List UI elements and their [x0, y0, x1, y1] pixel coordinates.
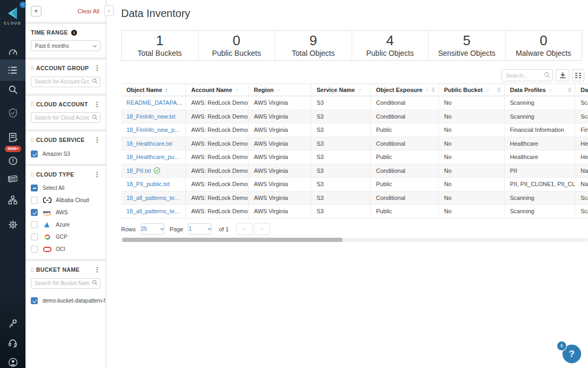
- nav-inventory[interactable]: [0, 60, 25, 81]
- stats-strip: 1 Total Buckets 0 Public Buckets 9 Total…: [121, 30, 582, 61]
- table-row: 18_Healthcare.txt AWS: RedLock Demo Acc.…: [121, 137, 588, 151]
- col-object-name[interactable]: Object Name↑: [121, 84, 186, 96]
- cell-service: S3: [311, 96, 371, 110]
- object-link[interactable]: 18_Healthcare.txt: [126, 140, 172, 147]
- page-number-select[interactable]: 1: [188, 223, 211, 235]
- cell-exposure: Public: [371, 150, 439, 164]
- col-service-name[interactable]: Service Name↓↑: [311, 84, 371, 96]
- cell-profiles: PII, PII_CLONE1, PII_CLO...: [505, 178, 575, 191]
- col-data-profiles[interactable]: Data Profiles↓↑: [505, 84, 575, 96]
- page-title: Data Inventory: [121, 7, 190, 20]
- nav-access-keys[interactable]: [0, 313, 25, 334]
- drag-handle-icon[interactable]: [31, 102, 34, 106]
- nav-profile[interactable]: [0, 352, 25, 368]
- cloud-account-title: CLOUD ACCOUNT: [36, 101, 88, 107]
- col-public-bucket[interactable]: Public Bucket↓↑: [439, 84, 505, 96]
- nav-support[interactable]: [0, 332, 25, 354]
- object-link[interactable]: 18_FinInfo_new_public.txt: [126, 127, 182, 133]
- cell-account: AWS: RedLock Demo Acc...: [186, 96, 249, 110]
- account-group-search-input[interactable]: [31, 77, 100, 87]
- cell-patterns: Fin: [575, 123, 588, 137]
- cell-public-bucket: No: [439, 110, 505, 123]
- column-drag-handle[interactable]: [568, 87, 572, 93]
- cell-profiles: Scanning: [505, 191, 575, 205]
- col-data-patterns[interactable]: Dat: [575, 84, 588, 96]
- cell-region: AWS Virginia: [249, 191, 311, 205]
- nav-settings[interactable]: [0, 214, 25, 235]
- object-link[interactable]: 18_all_patterns_test_publ...: [126, 208, 182, 214]
- object-link[interactable]: 18_all_patterns_test.txt: [126, 195, 182, 201]
- amazon-s3-checkbox[interactable]: [31, 150, 38, 157]
- cell-profiles: Healthcare: [505, 137, 575, 150]
- gcp-checkbox[interactable]: [31, 233, 38, 240]
- col-region[interactable]: Region↓↑: [249, 84, 311, 96]
- object-link[interactable]: 18_Healthcare_public.txt: [126, 154, 182, 160]
- cell-account: AWS: RedLock Demo Acc...: [186, 178, 249, 191]
- time-range-section: TIME RANGE i Past 6 months: [25, 24, 106, 57]
- kebab-menu-icon[interactable]: ⋮: [94, 172, 100, 177]
- time-range-select[interactable]: Past 6 months: [31, 40, 100, 51]
- cell-public-bucket: No: [439, 96, 505, 110]
- account-group-title: ACCOUNT GROUP: [36, 65, 89, 71]
- drag-handle-icon[interactable]: [31, 138, 34, 143]
- nav-policies[interactable]: [0, 127, 25, 148]
- add-filter-button[interactable]: +: [31, 6, 41, 16]
- object-link[interactable]: 18_PII.txt: [126, 168, 151, 174]
- bucket-checkbox[interactable]: [31, 297, 38, 304]
- drag-handle-icon[interactable]: [31, 66, 34, 71]
- alibaba-cloud-checkbox[interactable]: [31, 197, 38, 204]
- kebab-menu-icon[interactable]: ⋮: [94, 267, 100, 272]
- drag-handle-icon[interactable]: [31, 172, 34, 177]
- sort-icon: ↓↑: [485, 88, 489, 93]
- search-icon: [92, 114, 98, 120]
- sort-asc-icon: ↑: [165, 87, 168, 93]
- kebab-menu-icon[interactable]: ⋮: [94, 137, 100, 143]
- cell-public-bucket: No: [439, 164, 505, 178]
- verified-check-icon: [154, 167, 160, 174]
- gauge-icon: [8, 47, 18, 57]
- prev-page-button[interactable]: ‹: [236, 223, 252, 235]
- azure-icon: [42, 222, 52, 228]
- table-row: README_DATAPATTER... AWS: RedLock Demo A…: [121, 96, 588, 110]
- col-account-name[interactable]: Account Name↓↑: [186, 84, 249, 96]
- time-range-value: Past 6 months: [35, 43, 69, 49]
- aws-checkbox[interactable]: [31, 209, 38, 216]
- download-button[interactable]: [556, 69, 569, 81]
- download-icon: [559, 72, 566, 79]
- azure-checkbox[interactable]: [31, 221, 38, 228]
- sort-icon: ↓↑: [357, 88, 361, 93]
- bucket-name-search-input[interactable]: [31, 278, 100, 289]
- amazon-s3-label: Amazon S3: [42, 151, 70, 157]
- nav-compliance[interactable]: [0, 102, 25, 123]
- cloud-account-search-input[interactable]: [31, 112, 100, 123]
- search-icon: [92, 280, 98, 286]
- drag-handle-icon[interactable]: [31, 267, 34, 272]
- search-icon: [544, 72, 550, 78]
- sort-icon: ↓↑: [276, 88, 279, 93]
- kebab-menu-icon[interactable]: ⋮: [94, 102, 100, 107]
- cell-patterns: Hea: [575, 137, 588, 150]
- cell-service: S3: [311, 110, 371, 123]
- nav-ram[interactable]: [0, 189, 25, 211]
- sidebar-expand-badge[interactable]: ›: [20, 2, 26, 8]
- nav-compute[interactable]: [0, 168, 25, 189]
- clear-all-filters-link[interactable]: Clear All: [78, 8, 99, 14]
- object-link[interactable]: 18_PII_public.txt: [126, 181, 169, 187]
- object-link[interactable]: README_DATAPATTER...: [126, 99, 182, 106]
- column-settings-button[interactable]: [572, 69, 584, 81]
- collapse-filters-button[interactable]: ‹: [104, 5, 114, 16]
- rows-per-page-select[interactable]: 25: [141, 223, 164, 235]
- cell-public-bucket: No: [439, 137, 505, 150]
- oci-checkbox[interactable]: [31, 246, 38, 253]
- column-drag-handle[interactable]: [431, 87, 435, 93]
- object-link[interactable]: 18_FinInfo_new.txt: [126, 113, 175, 120]
- kebab-menu-icon[interactable]: ⋮: [94, 65, 100, 71]
- cell-exposure: Public: [371, 205, 439, 218]
- horizontal-scrollbar-thumb[interactable]: [122, 238, 343, 242]
- next-page-button[interactable]: ›: [254, 223, 270, 235]
- col-object-exposure[interactable]: Object Exposure↓↑: [371, 84, 439, 96]
- select-all-checkbox[interactable]: [31, 185, 38, 191]
- user-icon: [8, 357, 18, 367]
- nav-search[interactable]: [0, 79, 25, 100]
- column-drag-handle[interactable]: [497, 87, 501, 93]
